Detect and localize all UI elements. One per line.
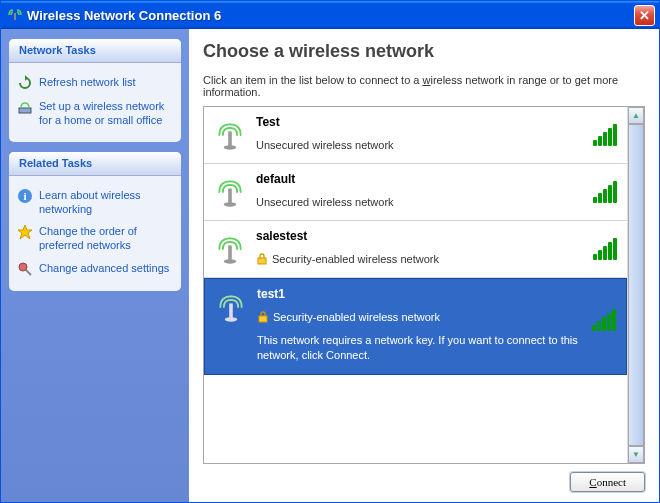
- lock-icon: [256, 253, 268, 265]
- connect-button[interactable]: Connect: [570, 472, 645, 492]
- svg-rect-7: [228, 188, 232, 204]
- network-status-row: Security-enabled wireless network: [257, 311, 616, 323]
- task-label: Change the order of preferred networks: [39, 224, 173, 253]
- signal-icon: [592, 309, 616, 331]
- titlebar: Wireless Network Connection 6 ✕: [1, 1, 659, 29]
- task-learn[interactable]: i Learn about wireless networking: [15, 184, 175, 221]
- task-advanced[interactable]: Change advanced settings: [15, 257, 175, 281]
- related-tasks-panel: Related Tasks i Learn about wireless net…: [9, 152, 181, 291]
- svg-point-4: [19, 263, 27, 271]
- network-body: default Unsecured wireless network: [256, 172, 617, 210]
- svg-rect-11: [258, 258, 266, 264]
- svg-rect-14: [259, 316, 267, 322]
- svg-point-10: [224, 259, 236, 263]
- task-refresh[interactable]: Refresh network list: [15, 71, 175, 95]
- network-list: Test Unsecured wireless network default …: [204, 107, 627, 463]
- network-body: salestest Security-enabled wireless netw…: [256, 229, 617, 267]
- task-order[interactable]: Change the order of preferred networks: [15, 220, 175, 257]
- scroll-thumb[interactable]: [628, 124, 644, 446]
- network-status-row: Unsecured wireless network: [256, 139, 617, 151]
- network-status-row: Security-enabled wireless network: [256, 253, 617, 265]
- network-item[interactable]: default Unsecured wireless network: [204, 164, 627, 221]
- network-status: Unsecured wireless network: [256, 139, 394, 151]
- scroll-down-button[interactable]: ▼: [628, 446, 644, 463]
- footer: Connect: [203, 464, 645, 492]
- network-status-row: Unsecured wireless network: [256, 196, 617, 208]
- network-name: salestest: [256, 229, 617, 243]
- task-label: Set up a wireless network for a home or …: [39, 99, 173, 128]
- network-name: Test: [256, 115, 617, 129]
- network-status: Unsecured wireless network: [256, 196, 394, 208]
- task-label: Change advanced settings: [39, 261, 169, 275]
- sidebar: Network Tasks Refresh network list Set u…: [1, 29, 189, 502]
- settings-icon: [17, 261, 33, 277]
- network-item[interactable]: Test Unsecured wireless network: [204, 107, 627, 164]
- svg-text:i: i: [23, 190, 26, 202]
- close-button[interactable]: ✕: [634, 5, 655, 26]
- network-item[interactable]: salestest Security-enabled wireless netw…: [204, 221, 627, 278]
- task-label: Learn about wireless networking: [39, 188, 173, 217]
- network-name: test1: [257, 287, 616, 301]
- lock-icon: [257, 311, 269, 323]
- network-status: Security-enabled wireless network: [272, 253, 439, 265]
- scrollbar[interactable]: ▲ ▼: [627, 107, 644, 463]
- network-list-container: Test Unsecured wireless network default …: [203, 106, 645, 464]
- signal-icon: [593, 238, 617, 260]
- network-body: Test Unsecured wireless network: [256, 115, 617, 153]
- network-name: default: [256, 172, 617, 186]
- svg-rect-12: [229, 303, 233, 319]
- window-body: Network Tasks Refresh network list Set u…: [1, 29, 659, 502]
- setup-icon: [17, 99, 33, 115]
- window: Wireless Network Connection 6 ✕ Network …: [0, 0, 660, 503]
- scroll-up-button[interactable]: ▲: [628, 107, 644, 124]
- refresh-icon: [17, 75, 33, 91]
- related-tasks-header: Related Tasks: [9, 152, 181, 176]
- wireless-icon: [7, 7, 23, 23]
- main-content: Choose a wireless network Click an item …: [189, 29, 659, 502]
- svg-point-8: [224, 202, 236, 206]
- network-status: Security-enabled wireless network: [273, 311, 440, 323]
- svg-rect-9: [228, 245, 232, 261]
- network-extra: This network requires a network key. If …: [257, 333, 587, 364]
- network-tasks-panel: Network Tasks Refresh network list Set u…: [9, 39, 181, 142]
- task-setup[interactable]: Set up a wireless network for a home or …: [15, 95, 175, 132]
- antenna-icon: [214, 229, 246, 267]
- star-icon: [17, 224, 33, 240]
- signal-icon: [593, 181, 617, 203]
- window-title: Wireless Network Connection 6: [27, 8, 634, 23]
- task-label: Refresh network list: [39, 75, 136, 89]
- page-title: Choose a wireless network: [203, 41, 645, 62]
- network-tasks-body: Refresh network list Set up a wireless n…: [9, 63, 181, 142]
- page-description: Click an item in the list below to conne…: [203, 74, 645, 98]
- svg-rect-0: [14, 13, 16, 20]
- network-body: test1 Security-enabled wireless network …: [257, 287, 616, 364]
- related-tasks-body: i Learn about wireless networking Change…: [9, 176, 181, 291]
- connect-label: onnect: [597, 476, 626, 488]
- svg-point-6: [224, 145, 236, 149]
- svg-rect-5: [228, 131, 232, 147]
- network-item[interactable]: test1 Security-enabled wireless network …: [204, 278, 627, 375]
- svg-point-13: [225, 317, 237, 321]
- antenna-icon: [214, 172, 246, 210]
- svg-rect-1: [19, 108, 31, 113]
- info-icon: i: [17, 188, 33, 204]
- antenna-icon: [215, 287, 247, 364]
- signal-icon: [593, 124, 617, 146]
- network-tasks-header: Network Tasks: [9, 39, 181, 63]
- antenna-icon: [214, 115, 246, 153]
